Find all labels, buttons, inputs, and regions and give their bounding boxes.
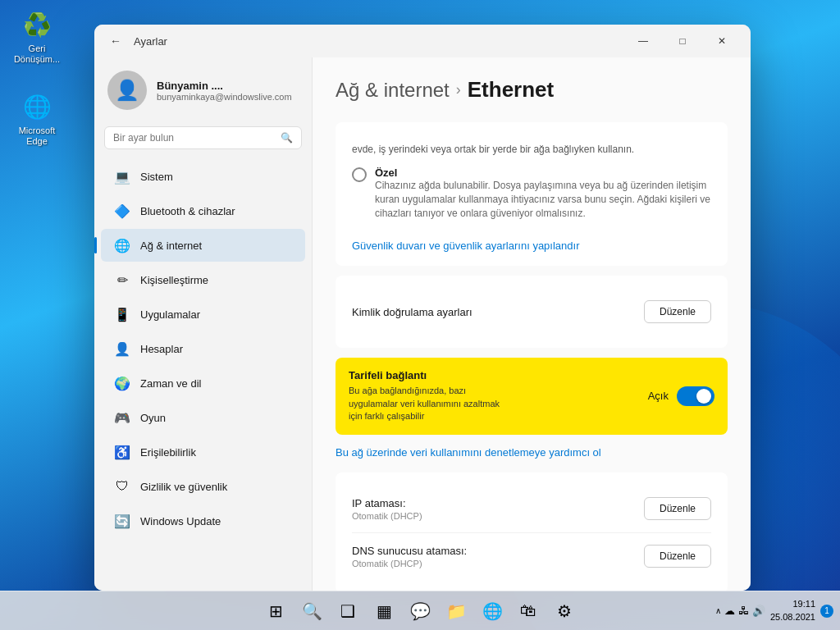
user-profile[interactable]: 👤 Bünyamin .... bunyaminkaya@windowslive… xyxy=(94,64,312,123)
clock[interactable]: 19:11 25.08.2021 xyxy=(770,598,815,623)
erisim-icon: ♿ xyxy=(114,444,130,460)
sistem-icon: 💻 xyxy=(114,168,130,185)
window-controls: — □ ✕ xyxy=(624,28,741,54)
radio-ozel-label: Özel xyxy=(375,167,711,179)
desktop-icon-recycle[interactable]: ♻️ Geri Dönüşüm... xyxy=(8,8,66,65)
start-button[interactable]: ⊞ xyxy=(259,595,292,628)
search-icon: 🔍 xyxy=(281,132,293,144)
close-button[interactable]: ✕ xyxy=(703,28,741,54)
sidebar-item-erisim[interactable]: ♿ Erişilebilirlik xyxy=(101,436,305,468)
sidebar-item-update[interactable]: 🔄 Windows Update xyxy=(101,504,305,537)
ip-value: Otomatik (DHCP) xyxy=(352,511,422,521)
network-type-section: evde, iş yerindeki veya ortak bir yerde … xyxy=(336,122,728,266)
notification-badge[interactable]: 1 xyxy=(820,605,833,618)
gizlilik-icon: 🛡 xyxy=(114,478,130,495)
sidebar-item-bluetooth[interactable]: 🔷 Bluetooth & cihazlar xyxy=(101,194,305,227)
date-display: 25.08.2021 xyxy=(770,611,815,623)
sidebar-label-bluetooth: Bluetooth & cihazlar xyxy=(140,205,235,217)
sound-icon[interactable]: 🔊 xyxy=(752,605,765,617)
taskview-button[interactable]: ❑ xyxy=(331,595,364,628)
firewall-link[interactable]: Güvenlik duvarı ve güvenlik ayarlarını y… xyxy=(352,240,579,252)
edge-label: Microsoft Edge xyxy=(19,126,56,147)
sidebar-label-hesaplar: Hesaplar xyxy=(140,343,183,355)
explorer-button[interactable]: 📁 xyxy=(440,595,472,628)
back-button[interactable]: ← xyxy=(104,30,127,52)
toggle-knob xyxy=(696,389,711,404)
taskbar: ⊞ 🔍 ❑ ▦ 💬 📁 🌐 🛍 ⚙ ∧ ☁ 🖧 🔊 19:11 25.08.20… xyxy=(0,591,840,630)
store-button[interactable]: 🛍 xyxy=(512,595,545,628)
metered-link[interactable]: Bu ağ üzerinde veri kullanımını denetlem… xyxy=(336,446,601,459)
title-bar-left: ← Ayarlar xyxy=(104,30,167,52)
window-title: Ayarlar xyxy=(134,35,167,48)
sidebar-item-ag[interactable]: 🌐 Ağ & internet xyxy=(101,229,305,262)
uygulamalar-icon: 📱 xyxy=(114,306,130,322)
ip-edit-button[interactable]: Düzenle xyxy=(644,497,711,520)
metered-desc: Bu ağa bağlandığınızda, bazı uygulamalar… xyxy=(349,385,513,422)
hesaplar-icon: 👤 xyxy=(114,340,130,357)
dns-label: DNS sunucusu ataması: xyxy=(352,545,467,557)
sidebar-item-uygulamalar[interactable]: 📱 Uygulamalar xyxy=(101,298,305,331)
sidebar-item-zaman[interactable]: 🌍 Zaman ve dil xyxy=(101,367,305,399)
chevron-icon[interactable]: ∧ xyxy=(715,606,721,615)
desktop-icon-edge[interactable]: 🌐 Microsoft Edge xyxy=(8,90,66,147)
settings-window: ← Ayarlar — □ ✕ 👤 Bünyamin .... bunyamin… xyxy=(94,25,751,591)
update-icon: 🔄 xyxy=(114,513,130,529)
sidebar-label-erisim: Erişilebilirlik xyxy=(140,446,196,459)
metered-section: Tarifeli bağlantı Bu ağa bağlandığınızda… xyxy=(336,358,728,434)
taskbar-center: ⊞ 🔍 ❑ ▦ 💬 📁 🌐 🛍 ⚙ xyxy=(259,595,581,628)
metered-toggle[interactable] xyxy=(677,386,714,406)
radio-ozel-desc: Cihazınız ağda bulunabilir. Dosya paylaş… xyxy=(375,179,711,220)
sidebar-item-gizlilik[interactable]: 🛡 Gizlilik ve güvenlik xyxy=(101,470,305,503)
edge-icon: 🌐 xyxy=(21,90,53,123)
sidebar-label-sistem: Sistem xyxy=(140,171,173,183)
kisisel-icon: ✏ xyxy=(114,272,130,288)
maximize-button[interactable]: □ xyxy=(664,28,701,54)
search-input[interactable] xyxy=(113,132,274,144)
user-info: Bünyamin .... bunyaminkaya@windowslive.c… xyxy=(157,80,292,102)
breadcrumb-arrow: › xyxy=(456,81,461,98)
sidebar-item-hesaplar[interactable]: 👤 Hesaplar xyxy=(101,332,305,365)
system-tray: ∧ ☁ 🖧 🔊 xyxy=(715,605,765,617)
metered-left: Tarifeli bağlantı Bu ağa bağlandığınızda… xyxy=(349,369,648,422)
sidebar-item-kisisel[interactable]: ✏ Kişiselleştirme xyxy=(101,263,305,296)
cloud-icon[interactable]: ☁ xyxy=(724,605,735,617)
toggle-label: Açık xyxy=(648,390,669,402)
sidebar-label-gizlilik: Gizlilik ve güvenlik xyxy=(140,481,227,493)
radio-ozel[interactable] xyxy=(352,167,367,182)
settings-body: 👤 Bünyamin .... bunyaminkaya@windowslive… xyxy=(94,57,751,591)
chat-button[interactable]: 💬 xyxy=(404,595,436,628)
dns-edit-button[interactable]: Düzenle xyxy=(644,545,711,568)
minimize-button[interactable]: — xyxy=(624,28,662,54)
dns-value: Otomatik (DHCP) xyxy=(352,559,467,568)
ip-row: IP ataması: Otomatik (DHCP) Düzenle xyxy=(352,486,711,533)
taskbar-right: ∧ ☁ 🖧 🔊 19:11 25.08.2021 1 xyxy=(715,598,833,623)
user-name: Bünyamin .... xyxy=(157,80,292,92)
page-title: Ethernet xyxy=(468,77,554,103)
sidebar-item-oyun[interactable]: 🎮 Oyun xyxy=(101,401,305,434)
network-icon[interactable]: 🖧 xyxy=(738,605,749,617)
sidebar-label-uygulamalar: Uygulamalar xyxy=(140,308,200,321)
kimlik-row: Kimlik doğrulama ayarları Düzenle xyxy=(352,289,711,335)
oyun-icon: 🎮 xyxy=(114,409,130,426)
recycle-label: Geri Dönüşüm... xyxy=(14,43,60,65)
settings-taskbar-button[interactable]: ⚙ xyxy=(548,595,581,628)
sidebar-item-sistem[interactable]: 💻 Sistem xyxy=(101,160,305,193)
sidebar-label-kisisel: Kişiselleştirme xyxy=(140,274,208,286)
main-content: Ağ & internet › Ethernet evde, iş yerind… xyxy=(312,57,751,591)
time-display: 19:11 xyxy=(770,598,815,610)
kimlik-edit-button[interactable]: Düzenle xyxy=(644,300,711,323)
page-header: Ağ & internet › Ethernet xyxy=(336,77,728,103)
widgets-button[interactable]: ▦ xyxy=(368,595,400,628)
sidebar: 👤 Bünyamin .... bunyaminkaya@windowslive… xyxy=(94,57,312,591)
top-description: evde, iş yerindeki veya ortak bir yerde … xyxy=(352,142,711,157)
kimlik-section: Kimlik doğrulama ayarları Düzenle xyxy=(336,276,728,348)
ag-icon: 🌐 xyxy=(114,237,130,253)
bluetooth-icon: 🔷 xyxy=(114,203,130,219)
ip-section: IP ataması: Otomatik (DHCP) Düzenle DNS … xyxy=(336,472,728,591)
taskbar-search-button[interactable]: 🔍 xyxy=(295,595,328,628)
search-box[interactable]: 🔍 xyxy=(104,126,302,149)
radio-ozel-row[interactable]: Özel Cihazınız ağda bulunabilir. Dosya p… xyxy=(352,167,711,220)
edge-taskbar-button[interactable]: 🌐 xyxy=(476,595,509,628)
metered-right: Açık xyxy=(648,386,714,406)
sidebar-label-zaman: Zaman ve dil xyxy=(140,377,201,390)
